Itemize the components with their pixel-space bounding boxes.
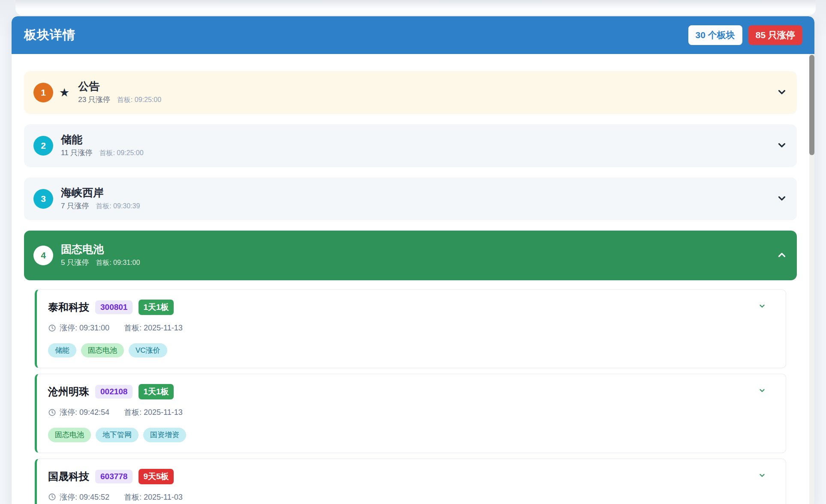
sector-limit-up-count: 11 只涨停: [61, 148, 92, 158]
tag-row: 固态电池地下管网国资增资: [48, 428, 775, 442]
chevron-up-icon[interactable]: [776, 250, 787, 261]
stock-card-603778[interactable]: 国晟科技6037789天5板涨停: 09:45:52首板: 2025-11-03…: [35, 459, 786, 504]
stock-meta: 涨停: 09:42:54首板: 2025-11-13: [48, 407, 775, 417]
sector-text-block: 公告23 只涨停首板: 09:25:00: [78, 81, 161, 105]
stock-meta: 涨停: 09:45:52首板: 2025-11-03: [48, 492, 775, 502]
clock-icon: [48, 324, 56, 332]
sector-subline: 5 只涨停首板: 09:31:00: [61, 258, 140, 267]
sector-first-board-time: 首板: 09:31:00: [96, 258, 140, 267]
sector-name: 储能: [61, 134, 144, 146]
limit-up-time: 涨停: 09:42:54: [60, 407, 109, 417]
chevron-down-icon[interactable]: [776, 87, 787, 98]
panel-header: 板块详情 30 个板块 85 只涨停: [12, 16, 814, 54]
streak-badge: 9天5板: [139, 469, 173, 484]
clock-icon: [48, 493, 56, 501]
sector-row-4[interactable]: 4固态电池5 只涨停首板: 09:31:00: [24, 231, 797, 280]
stock-name: 泰和科技: [48, 300, 89, 314]
sector-rank-badge: 2: [33, 136, 53, 156]
chevron-down-icon[interactable]: [776, 140, 787, 151]
sector-row-1[interactable]: 1★公告23 只涨停首板: 09:25:00: [24, 71, 797, 114]
sector-rank-badge: 1: [33, 83, 53, 102]
sector-count-badge: 30 个板块: [688, 25, 742, 45]
scrollbar-thumb[interactable]: [809, 55, 814, 155]
chevron-down-icon[interactable]: [758, 387, 766, 396]
previous-card-bottom-sliver: [15, 0, 816, 15]
sector-name: 公告: [78, 81, 161, 93]
stock-card-002108[interactable]: 沧州明珠0021081天1板涨停: 09:42:54首板: 2025-11-13…: [35, 374, 786, 453]
limit-up-time: 涨停: 09:45:52: [60, 492, 109, 502]
stock-card-300801[interactable]: 泰和科技3008011天1板涨停: 09:31:00首板: 2025-11-13…: [35, 289, 786, 368]
sector-first-board-time: 首板: 09:30:39: [96, 202, 140, 211]
stock-name: 沧州明珠: [48, 385, 89, 399]
sector-row-2[interactable]: 2储能11 只涨停首板: 09:25:00: [24, 124, 797, 167]
tag-row: 储能固态电池VC涨价: [48, 343, 775, 357]
streak-badge: 1天1板: [139, 300, 173, 315]
chevron-down-icon[interactable]: [758, 303, 766, 312]
stock-head: 沧州明珠0021081天1板: [48, 384, 775, 399]
sector-subline: 23 只涨停首板: 09:25:00: [78, 95, 161, 105]
sector-limit-up-count: 5 只涨停: [61, 258, 89, 267]
concept-tag[interactable]: 国资增资: [143, 428, 186, 442]
chevron-down-icon[interactable]: [776, 193, 787, 204]
star-icon[interactable]: ★: [59, 87, 69, 99]
concept-tag[interactable]: 固态电池: [81, 343, 124, 357]
expanded-stock-list: 泰和科技3008011天1板涨停: 09:31:00首板: 2025-11-13…: [35, 289, 786, 504]
panel-title: 板块详情: [24, 27, 75, 44]
stock-code-badge: 002108: [95, 385, 133, 399]
sector-detail-panel: 板块详情 30 个板块 85 只涨停 1★公告23 只涨停首板: 09:25:0…: [12, 16, 814, 504]
concept-tag[interactable]: 储能: [48, 343, 76, 357]
sector-limit-up-count: 23 只涨停: [78, 95, 110, 105]
sector-text-block: 海峡西岸7 只涨停首板: 09:30:39: [61, 187, 140, 211]
sector-rank-badge: 4: [33, 246, 53, 265]
stock-code-badge: 603778: [95, 470, 133, 483]
limit-up-count-badge: 85 只涨停: [748, 25, 802, 45]
concept-tag[interactable]: VC涨价: [129, 343, 167, 357]
stock-code-badge: 300801: [95, 300, 133, 314]
sector-limit-up-count: 7 只涨停: [61, 201, 89, 211]
first-board-date: 首板: 2025-11-13: [124, 323, 183, 333]
concept-tag[interactable]: 固态电池: [48, 428, 91, 442]
sector-row-3[interactable]: 3海峡西岸7 只涨停首板: 09:30:39: [24, 177, 797, 220]
scrollbar-track[interactable]: [809, 54, 814, 504]
sector-subline: 7 只涨停首板: 09:30:39: [61, 201, 140, 211]
concept-tag[interactable]: 地下管网: [96, 428, 139, 442]
sector-name: 固态电池: [61, 243, 140, 255]
stock-meta: 涨停: 09:31:00首板: 2025-11-13: [48, 323, 775, 333]
sector-subline: 11 只涨停首板: 09:25:00: [61, 148, 144, 158]
first-board-date: 首板: 2025-11-13: [124, 407, 183, 417]
stock-head: 泰和科技3008011天1板: [48, 300, 775, 315]
sector-list: 1★公告23 只涨停首板: 09:25:002储能11 只涨停首板: 09:25…: [12, 54, 814, 504]
sector-name: 海峡西岸: [61, 187, 140, 199]
limit-up-time: 涨停: 09:31:00: [60, 323, 109, 333]
header-badges: 30 个板块 85 只涨停: [688, 25, 802, 45]
clock-icon: [48, 408, 56, 417]
sector-first-board-time: 首板: 09:25:00: [99, 149, 143, 158]
chevron-down-icon[interactable]: [758, 472, 766, 481]
stock-head: 国晟科技6037789天5板: [48, 469, 775, 484]
sector-text-block: 储能11 只涨停首板: 09:25:00: [61, 134, 144, 158]
sector-first-board-time: 首板: 09:25:00: [117, 96, 161, 105]
sector-rank-badge: 3: [33, 189, 53, 209]
first-board-date: 首板: 2025-11-03: [124, 492, 183, 502]
sector-text-block: 固态电池5 只涨停首板: 09:31:00: [61, 243, 140, 268]
stock-name: 国晟科技: [48, 470, 89, 483]
streak-badge: 1天1板: [139, 384, 173, 399]
